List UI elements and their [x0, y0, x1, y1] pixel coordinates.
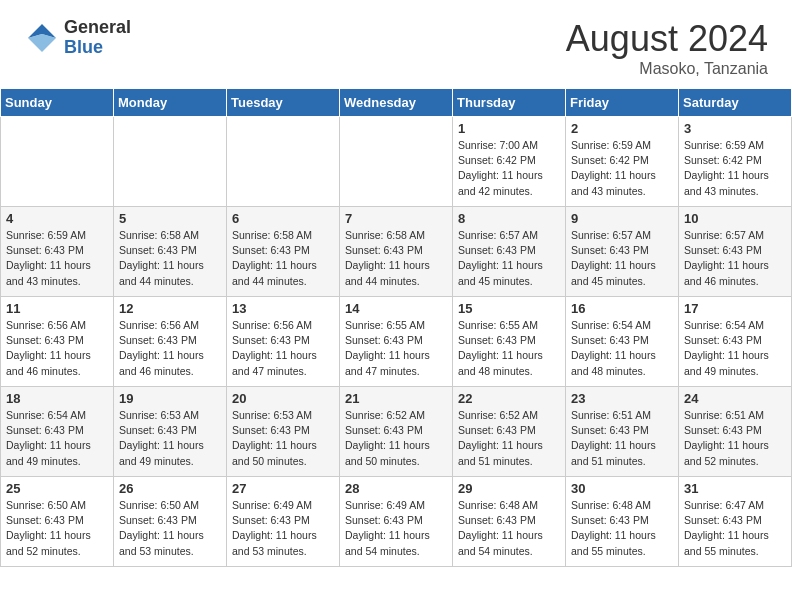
calendar-cell: 25Sunrise: 6:50 AM Sunset: 6:43 PM Dayli… — [1, 477, 114, 567]
day-content: Sunrise: 6:52 AM Sunset: 6:43 PM Dayligh… — [458, 408, 560, 469]
calendar-cell: 19Sunrise: 6:53 AM Sunset: 6:43 PM Dayli… — [114, 387, 227, 477]
day-content: Sunrise: 6:48 AM Sunset: 6:43 PM Dayligh… — [458, 498, 560, 559]
day-number: 30 — [571, 481, 673, 496]
logo-general-text: General — [64, 18, 131, 38]
day-content: Sunrise: 6:54 AM Sunset: 6:43 PM Dayligh… — [684, 318, 786, 379]
calendar-cell: 1Sunrise: 7:00 AM Sunset: 6:42 PM Daylig… — [453, 117, 566, 207]
day-number: 20 — [232, 391, 334, 406]
logo: General Blue — [24, 18, 131, 58]
location-subtitle: Masoko, Tanzania — [566, 60, 768, 78]
day-number: 5 — [119, 211, 221, 226]
day-content: Sunrise: 6:47 AM Sunset: 6:43 PM Dayligh… — [684, 498, 786, 559]
weekday-header: Tuesday — [227, 89, 340, 117]
calendar-cell: 26Sunrise: 6:50 AM Sunset: 6:43 PM Dayli… — [114, 477, 227, 567]
calendar-week-row: 11Sunrise: 6:56 AM Sunset: 6:43 PM Dayli… — [1, 297, 792, 387]
day-number: 7 — [345, 211, 447, 226]
logo-icon — [24, 20, 60, 56]
day-number: 27 — [232, 481, 334, 496]
calendar-cell — [340, 117, 453, 207]
day-content: Sunrise: 6:58 AM Sunset: 6:43 PM Dayligh… — [232, 228, 334, 289]
calendar-week-row: 18Sunrise: 6:54 AM Sunset: 6:43 PM Dayli… — [1, 387, 792, 477]
day-content: Sunrise: 6:49 AM Sunset: 6:43 PM Dayligh… — [345, 498, 447, 559]
calendar-cell: 14Sunrise: 6:55 AM Sunset: 6:43 PM Dayli… — [340, 297, 453, 387]
day-number: 9 — [571, 211, 673, 226]
day-number: 28 — [345, 481, 447, 496]
day-content: Sunrise: 6:55 AM Sunset: 6:43 PM Dayligh… — [345, 318, 447, 379]
day-content: Sunrise: 6:53 AM Sunset: 6:43 PM Dayligh… — [119, 408, 221, 469]
calendar-cell: 16Sunrise: 6:54 AM Sunset: 6:43 PM Dayli… — [566, 297, 679, 387]
logo-blue-text: Blue — [64, 38, 131, 58]
day-content: Sunrise: 7:00 AM Sunset: 6:42 PM Dayligh… — [458, 138, 560, 199]
day-content: Sunrise: 6:57 AM Sunset: 6:43 PM Dayligh… — [684, 228, 786, 289]
calendar-week-row: 25Sunrise: 6:50 AM Sunset: 6:43 PM Dayli… — [1, 477, 792, 567]
calendar-week-row: 4Sunrise: 6:59 AM Sunset: 6:43 PM Daylig… — [1, 207, 792, 297]
calendar-cell: 11Sunrise: 6:56 AM Sunset: 6:43 PM Dayli… — [1, 297, 114, 387]
day-number: 10 — [684, 211, 786, 226]
calendar-header: SundayMondayTuesdayWednesdayThursdayFrid… — [1, 89, 792, 117]
day-content: Sunrise: 6:58 AM Sunset: 6:43 PM Dayligh… — [345, 228, 447, 289]
weekday-header: Friday — [566, 89, 679, 117]
calendar-cell: 2Sunrise: 6:59 AM Sunset: 6:42 PM Daylig… — [566, 117, 679, 207]
day-number: 11 — [6, 301, 108, 316]
calendar-body: 1Sunrise: 7:00 AM Sunset: 6:42 PM Daylig… — [1, 117, 792, 567]
day-number: 8 — [458, 211, 560, 226]
day-number: 14 — [345, 301, 447, 316]
weekday-header: Thursday — [453, 89, 566, 117]
day-content: Sunrise: 6:57 AM Sunset: 6:43 PM Dayligh… — [571, 228, 673, 289]
weekday-header: Saturday — [679, 89, 792, 117]
day-number: 22 — [458, 391, 560, 406]
day-content: Sunrise: 6:49 AM Sunset: 6:43 PM Dayligh… — [232, 498, 334, 559]
day-number: 19 — [119, 391, 221, 406]
month-year-title: August 2024 — [566, 18, 768, 60]
calendar-cell: 22Sunrise: 6:52 AM Sunset: 6:43 PM Dayli… — [453, 387, 566, 477]
calendar-cell — [114, 117, 227, 207]
day-number: 6 — [232, 211, 334, 226]
calendar-cell: 15Sunrise: 6:55 AM Sunset: 6:43 PM Dayli… — [453, 297, 566, 387]
calendar-cell: 8Sunrise: 6:57 AM Sunset: 6:43 PM Daylig… — [453, 207, 566, 297]
day-content: Sunrise: 6:48 AM Sunset: 6:43 PM Dayligh… — [571, 498, 673, 559]
day-content: Sunrise: 6:52 AM Sunset: 6:43 PM Dayligh… — [345, 408, 447, 469]
day-number: 21 — [345, 391, 447, 406]
day-content: Sunrise: 6:56 AM Sunset: 6:43 PM Dayligh… — [232, 318, 334, 379]
calendar-cell: 24Sunrise: 6:51 AM Sunset: 6:43 PM Dayli… — [679, 387, 792, 477]
calendar-week-row: 1Sunrise: 7:00 AM Sunset: 6:42 PM Daylig… — [1, 117, 792, 207]
day-content: Sunrise: 6:59 AM Sunset: 6:42 PM Dayligh… — [684, 138, 786, 199]
day-number: 26 — [119, 481, 221, 496]
calendar-cell — [1, 117, 114, 207]
calendar-cell: 18Sunrise: 6:54 AM Sunset: 6:43 PM Dayli… — [1, 387, 114, 477]
day-content: Sunrise: 6:55 AM Sunset: 6:43 PM Dayligh… — [458, 318, 560, 379]
calendar-cell: 20Sunrise: 6:53 AM Sunset: 6:43 PM Dayli… — [227, 387, 340, 477]
day-content: Sunrise: 6:53 AM Sunset: 6:43 PM Dayligh… — [232, 408, 334, 469]
calendar-table: SundayMondayTuesdayWednesdayThursdayFrid… — [0, 88, 792, 567]
day-content: Sunrise: 6:50 AM Sunset: 6:43 PM Dayligh… — [6, 498, 108, 559]
calendar-cell: 27Sunrise: 6:49 AM Sunset: 6:43 PM Dayli… — [227, 477, 340, 567]
header-row: SundayMondayTuesdayWednesdayThursdayFrid… — [1, 89, 792, 117]
day-number: 12 — [119, 301, 221, 316]
day-content: Sunrise: 6:51 AM Sunset: 6:43 PM Dayligh… — [684, 408, 786, 469]
weekday-header: Wednesday — [340, 89, 453, 117]
title-block: August 2024 Masoko, Tanzania — [566, 18, 768, 78]
day-number: 4 — [6, 211, 108, 226]
day-content: Sunrise: 6:57 AM Sunset: 6:43 PM Dayligh… — [458, 228, 560, 289]
calendar-cell: 12Sunrise: 6:56 AM Sunset: 6:43 PM Dayli… — [114, 297, 227, 387]
day-number: 23 — [571, 391, 673, 406]
calendar-cell: 21Sunrise: 6:52 AM Sunset: 6:43 PM Dayli… — [340, 387, 453, 477]
day-content: Sunrise: 6:54 AM Sunset: 6:43 PM Dayligh… — [571, 318, 673, 379]
day-number: 25 — [6, 481, 108, 496]
calendar-cell: 7Sunrise: 6:58 AM Sunset: 6:43 PM Daylig… — [340, 207, 453, 297]
weekday-header: Sunday — [1, 89, 114, 117]
day-number: 3 — [684, 121, 786, 136]
day-number: 16 — [571, 301, 673, 316]
calendar-cell: 29Sunrise: 6:48 AM Sunset: 6:43 PM Dayli… — [453, 477, 566, 567]
calendar-cell: 17Sunrise: 6:54 AM Sunset: 6:43 PM Dayli… — [679, 297, 792, 387]
day-content: Sunrise: 6:51 AM Sunset: 6:43 PM Dayligh… — [571, 408, 673, 469]
calendar-cell: 6Sunrise: 6:58 AM Sunset: 6:43 PM Daylig… — [227, 207, 340, 297]
weekday-header: Monday — [114, 89, 227, 117]
calendar-cell: 23Sunrise: 6:51 AM Sunset: 6:43 PM Dayli… — [566, 387, 679, 477]
day-content: Sunrise: 6:56 AM Sunset: 6:43 PM Dayligh… — [119, 318, 221, 379]
day-content: Sunrise: 6:58 AM Sunset: 6:43 PM Dayligh… — [119, 228, 221, 289]
day-content: Sunrise: 6:59 AM Sunset: 6:43 PM Dayligh… — [6, 228, 108, 289]
calendar-cell — [227, 117, 340, 207]
calendar-cell: 30Sunrise: 6:48 AM Sunset: 6:43 PM Dayli… — [566, 477, 679, 567]
page-header: General Blue August 2024 Masoko, Tanzani… — [0, 0, 792, 88]
